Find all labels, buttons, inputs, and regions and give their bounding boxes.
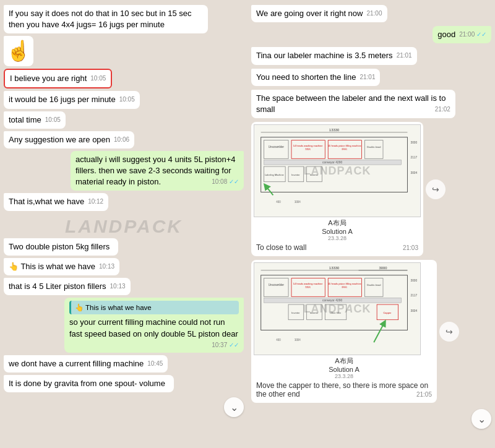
msg-time-l5: 10:05 [45,116,61,124]
svg-text:2117: 2117 [410,294,417,297]
diagram-row-1: 13330 Unscrambler 14 heads washing machi… [251,122,491,256]
msg-text-l13: we dont have a current filling machine [9,359,144,368]
diagram-bubble-2: 13330 3000 Unscrambler 14 heads washing … [251,260,437,403]
msg-time-l4: 10:05 [119,95,135,104]
message-l5: total time 10:05 [4,111,66,129]
message-l12: 👆 This is what we have so your current f… [64,298,244,352]
msg-text-l5: total time [9,115,41,124]
svg-text:Other filler: Other filler [330,311,342,314]
message-l14: It is done by gravita from one spout- vo… [4,375,174,392]
message-l2: ☝️ [4,36,33,66]
svg-text:conveyor 4290: conveyor 4290 [322,299,343,302]
svg-text:3000: 3000 [410,279,417,282]
msg-text-l11: that is 4 5 Liter piston fillers [9,282,106,291]
msg-time-r2: 21:00 ✓✓ [459,30,486,39]
svg-text:400: 400 [276,338,281,342]
svg-text:Labeling Machine: Labeling Machine [265,173,285,176]
message-l11: that is 4 5 Liter piston fillers 10:13 [4,278,131,295]
msg-time-r3: 21:01 [397,51,412,60]
msg-text-r4: You need to shorten the line [256,72,356,82]
quoted-text: 👆 This is what we have [69,301,239,314]
msg-text-l3: I believe you are right [10,74,87,83]
msg-text-l14: It is done by gravita from one spout- vo… [9,379,165,388]
svg-text:3004: 3004 [295,338,301,342]
message-r3: Tina our labeler machine is 3.5 meters 2… [251,47,417,64]
message-l6: Any suggestion we are open 10:06 [4,131,134,149]
message-l1: If you say it does not do that in 10 sec… [4,5,208,33]
msg-time-r4: 21:01 [359,73,375,82]
msg-text-l12: so your current filling machine could no… [69,317,238,338]
svg-text:3000: 3000 [379,266,387,270]
svg-text:洗瓶机: 洗瓶机 [305,149,311,151]
landpack-watermark: LANDPACK [4,216,244,237]
svg-text:3000: 3000 [410,141,417,144]
svg-text:Double-head: Double-head [367,284,381,287]
msg-text-r5: The space between the labeler and the ne… [256,93,446,114]
svg-text:15 heads piston filling machin: 15 heads piston filling machine [328,144,362,147]
forward-button-1[interactable]: ↪ [426,179,446,199]
message-l3: I believe you are right 10:05 [4,69,112,88]
message-r2: good 21:00 ✓✓ [433,26,491,43]
msg-time-r5: 21:02 [435,105,450,114]
svg-text:Inverter: Inverter [310,311,319,314]
msg-text-l1: If you say it does not do that in 10 sec… [9,9,192,29]
svg-text:15 heads piston filling machin: 15 heads piston filling machine [328,282,362,285]
msg-text-r2: good [437,30,455,39]
msg-time-l6: 10:06 [114,136,129,144]
svg-text:2117: 2117 [410,156,417,159]
msg-time-r1: 21:00 [366,9,382,18]
svg-text:14 heads washing machine: 14 heads washing machine [293,282,324,285]
message-l8: That is,what we have 10:12 [4,193,108,210]
svg-text:Capper: Capper [383,311,392,314]
svg-text:400: 400 [276,200,281,204]
svg-text:conveyor 4290: conveyor 4290 [322,161,343,164]
svg-text:13330: 13330 [329,266,340,270]
msg-time-l7: 10:08 ✓✓ [212,178,239,186]
svg-text:3004: 3004 [295,200,301,204]
message-r4: You need to shorten the line 21:01 [251,69,380,86]
msg-text-l6: Any suggestion we are open [9,135,110,144]
tech-drawing-1: 13330 Unscrambler 14 heads washing machi… [254,124,421,217]
diagram-row-2: 13330 3000 Unscrambler 14 heads washing … [251,260,491,403]
message-r5: The space between the labeler and the ne… [251,90,455,118]
msg-time-l11: 10:13 [110,282,126,291]
svg-text:3004: 3004 [410,171,417,174]
diagram-caption-2: Move the capper to there, so there is mo… [254,379,434,400]
svg-text:13330: 13330 [329,128,340,132]
msg-text-l10: 👆 This is what we have [9,262,95,271]
svg-text:Inverter: Inverter [310,173,319,176]
svg-text:灌装机: 灌装机 [342,149,347,151]
message-l10: 👆 This is what we have 10:13 [4,258,119,275]
msg-time-l3: 10:05 [90,74,106,83]
diagram-label-2: A布局 Solution A 23.3.28 [254,356,434,379]
right-scroll-down-button[interactable]: ⌄ [471,409,491,429]
message-r1: We are going over it right now 21:00 [251,5,387,22]
diagram-caption-1: To close to wall 21:03 [254,241,421,254]
svg-text:14 heads washing machine: 14 heads washing machine [293,144,324,147]
msg-text-r3: Tina our labeler machine is 3.5 meters [256,51,393,60]
msg-time-l12: 10:37 ✓✓ [212,341,239,350]
msg-time-l8: 10:12 [88,197,103,206]
msg-time-l10: 10:13 [99,262,114,271]
message-l9: Two double piston 5kg fillers [4,238,118,256]
landpack-watermark-area: LANDPACK [4,213,244,236]
svg-text:Unscrambler: Unscrambler [269,284,285,287]
svg-text:Unscrambler: Unscrambler [269,146,285,149]
msg-text-r1: We are going over it right now [256,9,363,18]
scroll-down-button[interactable]: ⌄ [224,397,244,417]
message-l13: we dont have a current filling machine 1… [4,355,168,373]
message-l7: actually i will suggest you 4 units 5L p… [71,151,244,191]
svg-text:Inverter: Inverter [291,173,300,176]
tech-drawing-2: 13330 3000 Unscrambler 14 heads washing … [254,262,421,355]
svg-text:3004: 3004 [410,309,417,312]
diagram-bubble-1: 13330 Unscrambler 14 heads washing machi… [251,122,423,256]
forward-button-2[interactable]: ↪ [439,322,459,342]
svg-text:Double-head: Double-head [367,146,381,149]
chat-container: If you say it does not do that in 10 sec… [0,0,495,448]
msg-text-l4: it would be 16 jugs per minute [9,95,116,104]
svg-text:Inverter: Inverter [291,311,300,314]
message-l4: it would be 16 jugs per minute 10:05 [4,91,140,108]
right-chat-panel: We are going over it right now 21:00 goo… [248,0,495,448]
svg-text:洗瓶机: 洗瓶机 [305,286,311,289]
msg-text-l8: That is,what we have [9,197,84,206]
